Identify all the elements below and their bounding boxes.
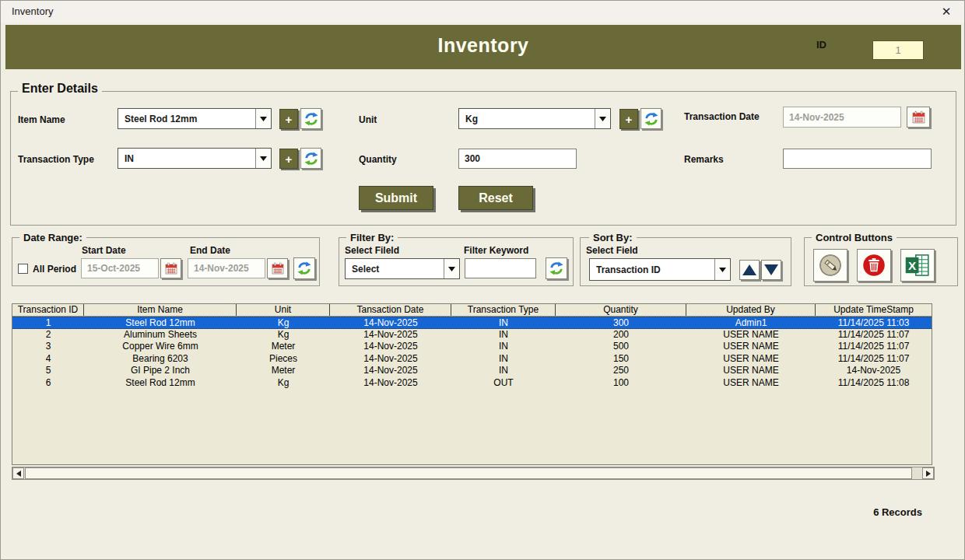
- refresh-transaction-types-button[interactable]: [300, 148, 321, 169]
- table-cell: USER NAME: [686, 377, 816, 390]
- add-item-button[interactable]: +: [279, 109, 298, 129]
- inventory-window: Inventory ✕ Inventory ID 1 Enter Details…: [0, 0, 965, 560]
- submit-button[interactable]: Submit: [359, 186, 433, 210]
- chevron-down-icon[interactable]: [714, 259, 730, 280]
- sort-by-legend: Sort By:: [589, 232, 637, 243]
- table-cell: Kg: [237, 377, 330, 390]
- table-cell: 250: [556, 365, 686, 377]
- table-row[interactable]: 1Steel Rod 12mmKg14-Nov-2025IN300Admin11…: [12, 317, 932, 329]
- scroll-right-icon: [926, 471, 931, 477]
- table-row[interactable]: 4Bearing 6203Pieces14-Nov-2025IN150USER …: [12, 353, 932, 366]
- chevron-down-icon[interactable]: [444, 259, 459, 278]
- scroll-right-button[interactable]: [922, 467, 934, 479]
- end-date-input[interactable]: [188, 258, 265, 278]
- table-cell: IN: [451, 365, 556, 377]
- calendar-icon: [272, 262, 284, 275]
- table-cell: Kg: [237, 329, 330, 341]
- add-transaction-type-button[interactable]: +: [279, 149, 298, 169]
- edit-record-button[interactable]: [813, 249, 847, 282]
- table-cell: 3: [12, 341, 84, 353]
- table-cell: Pieces: [237, 353, 330, 366]
- table-row[interactable]: 2Aluminum SheetsKg14-Nov-2025IN200USER N…: [12, 329, 932, 341]
- start-date-picker-button[interactable]: [160, 258, 181, 278]
- table-cell: 14-Nov-2025: [330, 329, 451, 341]
- transaction-date-label: Transaction Date: [684, 111, 760, 122]
- refresh-date-range-button[interactable]: [293, 257, 315, 279]
- start-date-label: Start Date: [82, 245, 126, 256]
- all-period-label: All Period: [33, 264, 76, 275]
- table-body: 1Steel Rod 12mmKg14-Nov-2025IN300Admin11…: [12, 317, 932, 389]
- sort-descending-button[interactable]: [761, 260, 781, 280]
- end-date-label: End Date: [190, 245, 230, 256]
- filter-keyword-input[interactable]: [465, 258, 536, 278]
- table-cell: 5: [12, 365, 84, 377]
- table-cell: IN: [451, 317, 556, 328]
- sort-down-icon: [764, 264, 778, 275]
- table-cell: GI Pipe 2 Inch: [84, 365, 237, 377]
- remarks-label: Remarks: [684, 154, 724, 165]
- table-cell: USER NAME: [686, 365, 816, 377]
- filter-keyword-label: Filter Keyword: [464, 245, 528, 256]
- start-date-input[interactable]: [81, 258, 159, 278]
- quantity-input[interactable]: [458, 149, 577, 169]
- table-cell: 14-Nov-2025: [330, 365, 451, 377]
- table-row[interactable]: 6Steel Rod 12mmKg14-Nov-2025OUT100USER N…: [12, 377, 932, 390]
- refresh-icon: [304, 152, 318, 166]
- table-cell: Aluminum Sheets: [84, 329, 237, 341]
- delete-trash-icon: [861, 253, 886, 278]
- sort-select-field-label: Select Field: [586, 245, 638, 256]
- table-cell: Admin1: [686, 317, 816, 328]
- chevron-down-icon[interactable]: [255, 149, 271, 168]
- remarks-input[interactable]: [783, 149, 932, 169]
- id-label: ID: [816, 39, 826, 51]
- refresh-units-button[interactable]: [640, 108, 661, 129]
- table-cell: 11/14/2025 11:03: [816, 317, 932, 328]
- table-cell: 100: [556, 377, 686, 390]
- date-range-legend: Date Range:: [19, 232, 86, 243]
- quantity-label: Quantity: [359, 154, 397, 165]
- reset-button[interactable]: Reset: [458, 186, 533, 210]
- record-count-label: 6 Records: [795, 506, 922, 518]
- transaction-type-value: IN: [118, 149, 255, 168]
- table-cell: 11/14/2025 11:08: [816, 377, 932, 390]
- id-value-box: 1: [872, 40, 924, 60]
- chevron-down-icon[interactable]: [595, 109, 610, 128]
- table-cell: 200: [556, 329, 686, 341]
- table-cell: 4: [12, 353, 84, 366]
- window-title: Inventory: [12, 5, 53, 17]
- sort-ascending-button[interactable]: [739, 260, 760, 280]
- table-cell: IN: [451, 341, 556, 353]
- svg-text:X: X: [908, 259, 917, 272]
- filter-select-field-label: Select Fileld: [345, 245, 399, 256]
- all-period-checkbox[interactable]: [18, 264, 28, 274]
- chevron-down-icon[interactable]: [255, 109, 271, 128]
- transaction-date-input[interactable]: [783, 107, 901, 128]
- refresh-items-button[interactable]: [300, 108, 321, 129]
- enter-details-legend: Enter Details: [18, 82, 102, 96]
- horizontal-scrollbar[interactable]: [12, 467, 935, 480]
- close-icon[interactable]: ✕: [936, 3, 956, 20]
- table-cell: 2: [12, 329, 84, 341]
- records-table: Transaction IDItem NameUnitTansaction Da…: [12, 303, 932, 465]
- table-row[interactable]: 5GI Pipe 2 InchMeter14-Nov-2025IN250USER…: [12, 365, 932, 377]
- table-cell: Copper Wire 6mm: [84, 341, 237, 353]
- delete-record-button[interactable]: [857, 249, 891, 282]
- table-cell: 14-Nov-2025: [330, 377, 451, 390]
- table-cell: Kg: [237, 317, 330, 328]
- table-row[interactable]: 3Copper Wire 6mmMeter14-Nov-2025IN500USE…: [12, 341, 932, 353]
- sort-field-combobox[interactable]: Transaction ID: [589, 258, 731, 281]
- table-cell: Meter: [237, 365, 330, 377]
- item-name-label: Item Name: [18, 114, 65, 125]
- export-excel-button[interactable]: X: [900, 249, 935, 282]
- end-date-picker-button[interactable]: [267, 258, 288, 278]
- transaction-date-picker-button[interactable]: [907, 107, 930, 128]
- item-name-combobox[interactable]: Steel Rod 12mm: [118, 108, 272, 129]
- filter-by-legend: Filter By:: [346, 232, 398, 243]
- apply-filter-button[interactable]: [546, 257, 567, 279]
- filter-field-combobox[interactable]: Select: [345, 258, 460, 279]
- unit-combobox[interactable]: Kg: [458, 108, 611, 129]
- scrollbar-thumb[interactable]: [25, 467, 912, 479]
- scroll-left-button[interactable]: [12, 467, 24, 479]
- add-unit-button[interactable]: +: [619, 109, 638, 129]
- transaction-type-combobox[interactable]: IN: [118, 148, 272, 169]
